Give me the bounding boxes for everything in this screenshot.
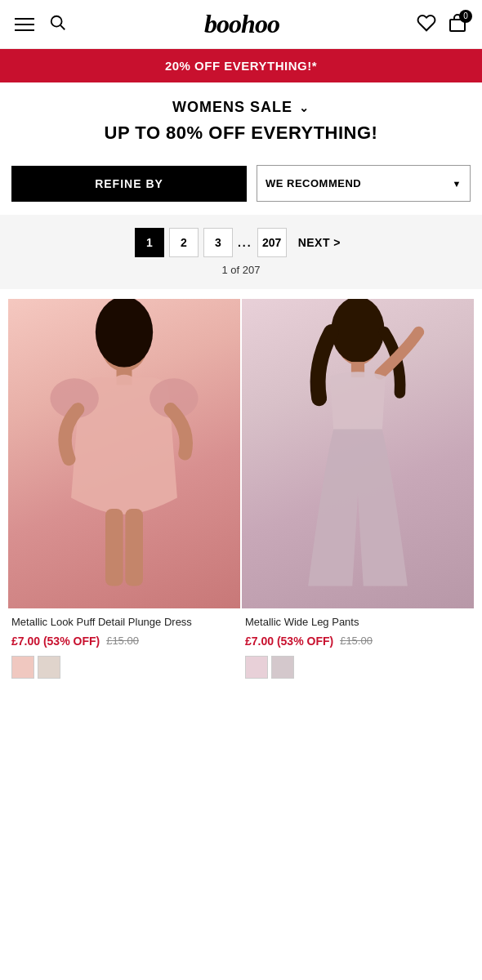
product-sale-price: £7.00 (53% OFF) bbox=[11, 635, 100, 648]
sort-label: WE RECOMMEND bbox=[266, 177, 361, 189]
last-page-button[interactable]: 207 bbox=[257, 228, 287, 257]
product-pricing: £7.00 (53% OFF) £15.00 bbox=[242, 633, 474, 653]
svg-point-11 bbox=[332, 299, 385, 363]
header-right: 0 bbox=[417, 13, 467, 36]
pagination-dots: ... bbox=[238, 236, 252, 249]
sale-subtitle: UP TO 80% OFF EVERYTHING! bbox=[13, 122, 469, 144]
product-image bbox=[242, 299, 474, 608]
hamburger-menu-icon[interactable] bbox=[15, 18, 34, 31]
svg-point-4 bbox=[96, 299, 153, 368]
bag-count: 0 bbox=[459, 10, 472, 23]
next-page-button[interactable]: NEXT > bbox=[292, 236, 347, 249]
site-logo[interactable]: boohoo bbox=[204, 9, 279, 39]
svg-point-0 bbox=[51, 16, 62, 26]
product-image-inner bbox=[8, 299, 240, 608]
bag-wrapper: 0 bbox=[448, 13, 467, 36]
refine-by-button[interactable]: REFINE BY bbox=[11, 166, 247, 202]
page-title-section: WOMENS SALE ⌄ UP TO 80% OFF EVERYTHING! bbox=[0, 82, 482, 152]
search-icon[interactable] bbox=[49, 14, 67, 35]
pagination: 1 2 3 ... 207 NEXT > bbox=[13, 228, 469, 257]
header-left bbox=[15, 14, 67, 35]
product-card[interactable]: Metallic Look Puff Detail Plunge Dress £… bbox=[8, 299, 240, 687]
color-swatch-1[interactable] bbox=[245, 656, 268, 679]
product-image-inner bbox=[242, 299, 474, 608]
category-title[interactable]: WOMENS SALE ⌄ bbox=[13, 99, 469, 116]
color-swatches bbox=[242, 653, 474, 687]
product-original-price: £15.00 bbox=[340, 635, 373, 647]
product-sale-price: £7.00 (53% OFF) bbox=[245, 635, 333, 648]
promo-banner[interactable]: 20% OFF EVERYTHING!* bbox=[0, 49, 482, 82]
page-2-button[interactable]: 2 bbox=[169, 228, 199, 257]
product-image bbox=[8, 299, 240, 608]
header: boohoo 0 bbox=[0, 0, 482, 49]
chevron-down-icon: ⌄ bbox=[299, 101, 310, 114]
color-swatch-2[interactable] bbox=[38, 656, 60, 679]
svg-line-1 bbox=[60, 25, 65, 29]
sort-select-arrow-icon: ▼ bbox=[453, 179, 462, 189]
product-original-price: £15.00 bbox=[106, 635, 139, 647]
svg-rect-9 bbox=[125, 509, 143, 586]
filter-row: REFINE BY WE RECOMMEND ▼ bbox=[0, 152, 482, 215]
product-title: Metallic Wide Leg Pants bbox=[242, 608, 474, 633]
color-swatch-2[interactable] bbox=[271, 656, 294, 679]
product-card[interactable]: Metallic Wide Leg Pants £7.00 (53% OFF) … bbox=[242, 299, 474, 687]
product-pricing: £7.00 (53% OFF) £15.00 bbox=[8, 633, 240, 653]
svg-rect-8 bbox=[105, 509, 123, 586]
product-title: Metallic Look Puff Detail Plunge Dress bbox=[8, 608, 240, 633]
color-swatch-1[interactable] bbox=[11, 656, 34, 679]
wishlist-icon[interactable] bbox=[417, 13, 436, 36]
page-3-button[interactable]: 3 bbox=[203, 228, 233, 257]
pagination-section: 1 2 3 ... 207 NEXT > 1 of 207 bbox=[0, 215, 482, 289]
category-title-text: WOMENS SALE bbox=[172, 99, 292, 116]
products-grid: Metallic Look Puff Detail Plunge Dress £… bbox=[0, 289, 482, 697]
color-swatches bbox=[8, 653, 240, 687]
sort-select[interactable]: WE RECOMMEND ▼ bbox=[257, 165, 471, 202]
pagination-info: 1 of 207 bbox=[13, 264, 469, 276]
page-1-button[interactable]: 1 bbox=[135, 228, 164, 257]
